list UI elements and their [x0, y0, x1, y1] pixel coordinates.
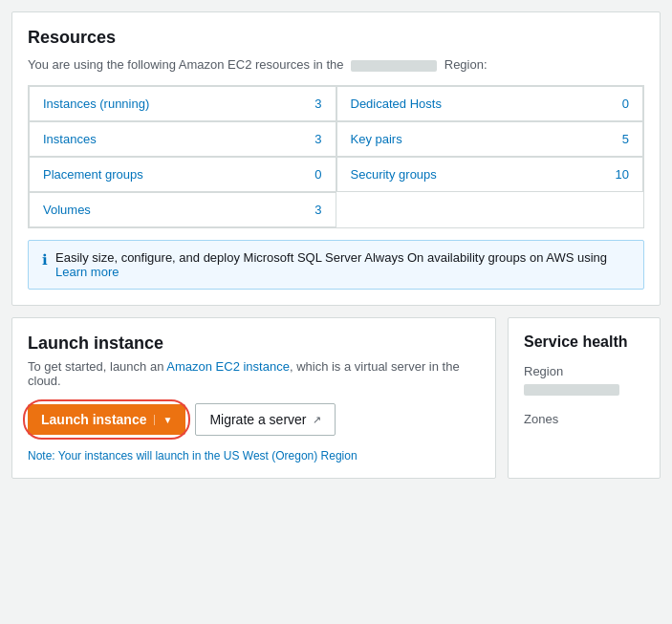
- launch-title: Launch instance: [28, 334, 480, 354]
- resource-item-dedicated-hosts[interactable]: Dedicated Hosts 0: [336, 86, 644, 121]
- info-content: Easily size, configure, and deploy Micro…: [55, 250, 607, 279]
- resource-item-volumes[interactable]: Volumes 3: [29, 192, 336, 227]
- learn-more-link[interactable]: Learn more: [55, 265, 119, 279]
- resource-label-security-groups: Security groups: [351, 167, 437, 182]
- resource-label-instances: Instances: [43, 132, 97, 146]
- service-health-card: Service health Region Zones: [508, 317, 661, 479]
- resource-item-empty: [336, 192, 644, 227]
- resource-item-instances-running[interactable]: Instances (running) 3: [29, 86, 336, 121]
- launch-subtitle: To get started, launch an Amazon EC2 ins…: [28, 359, 480, 388]
- resources-card: Resources You are using the following Am…: [11, 11, 661, 306]
- resource-item-key-pairs[interactable]: Key pairs 5: [336, 121, 644, 157]
- launch-btn-wrapper: Launch instance ▼: [28, 404, 185, 435]
- region-label: Region: [524, 364, 644, 378]
- resources-title: Resources: [28, 28, 644, 48]
- chevron-down-icon: ▼: [154, 415, 172, 425]
- info-text: Easily size, configure, and deploy Micro…: [55, 250, 607, 265]
- resource-label-instances-running: Instances (running): [43, 97, 149, 111]
- resource-count-placement-groups: 0: [314, 167, 321, 182]
- resource-label-volumes: Volumes: [43, 203, 91, 217]
- info-icon: ℹ: [42, 251, 48, 269]
- resource-label-dedicated-hosts: Dedicated Hosts: [351, 97, 442, 111]
- resource-count-volumes: 3: [314, 203, 321, 217]
- resources-grid: Instances (running) 3 Dedicated Hosts 0 …: [28, 85, 644, 228]
- launch-instance-button[interactable]: Launch instance ▼: [28, 404, 185, 435]
- resource-count-security-groups: 10: [616, 167, 629, 182]
- info-banner: ℹ Easily size, configure, and deploy Mic…: [28, 240, 644, 290]
- bottom-row: Launch instance To get started, launch a…: [11, 317, 661, 479]
- button-row: Launch instance ▼ Migrate a server ↗: [28, 403, 480, 436]
- external-link-icon: ↗: [313, 414, 321, 426]
- region-placeholder: [351, 60, 437, 72]
- resources-subtitle: You are using the following Amazon EC2 r…: [28, 57, 644, 72]
- launch-subtitle-link[interactable]: Amazon EC2 instance: [166, 359, 290, 374]
- resource-count-key-pairs: 5: [622, 132, 629, 146]
- resource-item-security-groups[interactable]: Security groups 10: [336, 157, 644, 192]
- resource-count-instances-running: 3: [314, 97, 321, 111]
- resource-item-placement-groups[interactable]: Placement groups 0: [29, 157, 336, 192]
- resource-label-placement-groups: Placement groups: [43, 167, 143, 182]
- resource-count-dedicated-hosts: 0: [622, 97, 629, 111]
- zones-label: Zones: [524, 412, 644, 426]
- migrate-btn-label: Migrate a server: [209, 412, 306, 427]
- region-value-placeholder: [524, 384, 619, 396]
- service-health-title: Service health: [524, 334, 644, 351]
- resource-label-key-pairs: Key pairs: [351, 132, 402, 146]
- launch-btn-label: Launch instance: [41, 412, 146, 427]
- resource-count-instances: 3: [314, 132, 321, 146]
- resource-item-instances[interactable]: Instances 3: [29, 121, 336, 157]
- migrate-server-button[interactable]: Migrate a server ↗: [195, 403, 335, 436]
- launch-card: Launch instance To get started, launch a…: [11, 317, 496, 479]
- launch-note: Note: Your instances will launch in the …: [28, 449, 480, 463]
